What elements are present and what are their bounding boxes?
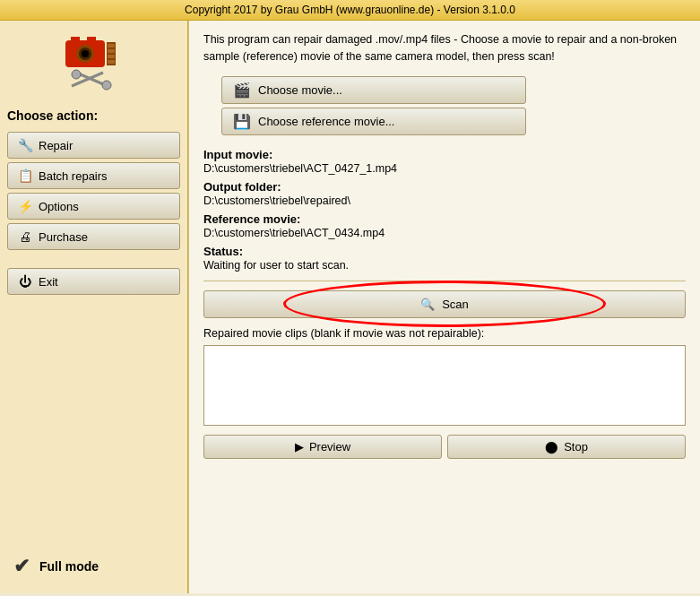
scan-button[interactable]: 🔍 Scan <box>203 290 686 318</box>
svg-rect-1 <box>71 37 80 44</box>
svg-rect-7 <box>108 44 115 48</box>
repaired-clips-box <box>203 345 686 426</box>
status-label: Status: <box>203 245 243 258</box>
title-bar: Copyright 2017 by Grau GmbH (www.grauonl… <box>0 0 700 21</box>
purchase-label: Purchase <box>39 230 88 244</box>
choose-movie-button[interactable]: 🎬 Choose movie... <box>221 76 526 104</box>
app-logo <box>58 30 130 92</box>
svg-rect-2 <box>87 37 96 44</box>
choose-reference-label: Choose reference movie... <box>258 115 394 128</box>
bottom-buttons: ▶ Preview ⬤ Stop <box>203 435 686 459</box>
choose-movie-icon: 🎬 <box>233 82 251 99</box>
output-folder-section: Output folder: D:\customers\triebel\repa… <box>203 180 686 207</box>
full-mode-label: Full mode <box>39 559 99 574</box>
repair-icon: 🔧 <box>17 137 33 153</box>
options-label: Options <box>39 200 79 213</box>
preview-icon: ▶ <box>295 440 304 453</box>
svg-rect-10 <box>108 60 115 64</box>
output-folder-label: Output folder: <box>203 180 281 194</box>
preview-label: Preview <box>309 440 350 453</box>
batch-repairs-icon: 📋 <box>17 168 33 184</box>
purchase-button[interactable]: 🖨 Purchase <box>7 223 180 250</box>
choose-reference-button[interactable]: 💾 Choose reference movie... <box>221 108 526 135</box>
repair-button[interactable]: 🔧 Repair <box>7 132 180 159</box>
status-section: Status: Waiting for user to start scan. <box>203 245 686 272</box>
stop-icon: ⬤ <box>545 440 558 453</box>
description-text: This program can repair damaged .mov/.mp… <box>203 31 686 65</box>
options-icon: ⚡ <box>17 198 33 214</box>
full-mode-area: ✔ Full mode <box>7 548 180 584</box>
batch-repairs-label: Batch repairs <box>39 169 108 183</box>
svg-point-13 <box>72 70 81 79</box>
svg-rect-9 <box>108 55 115 58</box>
exit-button[interactable]: ⏻ Exit <box>7 268 180 295</box>
choose-action-label: Choose action: <box>7 108 180 123</box>
options-button[interactable]: ⚡ Options <box>7 193 180 220</box>
logo-area <box>7 30 180 92</box>
reference-movie-section: Reference movie: D:\customers\triebel\AC… <box>203 212 686 239</box>
choose-reference-icon: 💾 <box>233 113 251 130</box>
stop-button[interactable]: ⬤ Stop <box>447 435 686 459</box>
status-value: Waiting for user to start scan. <box>203 259 349 272</box>
svg-point-14 <box>102 81 111 90</box>
choose-movie-label: Choose movie... <box>258 83 342 97</box>
sidebar: Choose action: 🔧 Repair 📋 Batch repairs … <box>0 21 188 593</box>
exit-icon: ⏻ <box>17 273 33 289</box>
input-movie-value: D:\customers\triebel\ACT_0427_1.mp4 <box>203 162 397 175</box>
divider <box>203 281 686 281</box>
scan-icon: 🔍 <box>420 298 435 311</box>
exit-label: Exit <box>39 275 58 289</box>
preview-button[interactable]: ▶ Preview <box>203 435 442 459</box>
reference-movie-label: Reference movie: <box>203 212 300 226</box>
batch-repairs-button[interactable]: 📋 Batch repairs <box>7 162 180 189</box>
svg-point-5 <box>82 50 89 57</box>
stop-label: Stop <box>564 440 588 453</box>
repaired-label: Repaired movie clips (blank if movie was… <box>203 327 686 340</box>
main-content: This program can repair damaged .mov/.mp… <box>188 21 700 593</box>
scan-label: Scan <box>442 298 469 311</box>
choose-buttons-area: 🎬 Choose movie... 💾 Choose reference mov… <box>203 76 686 135</box>
input-movie-section: Input movie: D:\customers\triebel\ACT_04… <box>203 148 686 175</box>
output-folder-value: D:\customers\triebel\repaired\ <box>203 194 350 207</box>
reference-movie-value: D:\customers\triebel\ACT_0434.mp4 <box>203 227 385 239</box>
title-text: Copyright 2017 by Grau GmbH (www.grauonl… <box>185 4 515 16</box>
input-movie-label: Input movie: <box>203 148 272 161</box>
repair-label: Repair <box>39 139 73 152</box>
svg-rect-8 <box>108 49 115 53</box>
checkmark-icon: ✔ <box>11 556 32 577</box>
scan-area: 🔍 Scan <box>203 290 686 318</box>
purchase-icon: 🖨 <box>17 229 33 245</box>
